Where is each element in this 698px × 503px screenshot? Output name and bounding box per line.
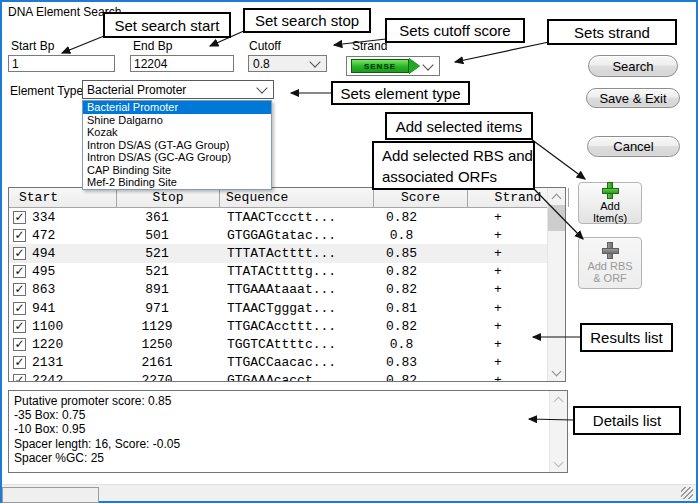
- element-type-option[interactable]: Shine Dalgarno: [83, 114, 271, 127]
- column-header-start[interactable]: Start: [9, 188, 117, 207]
- row-checkbox[interactable]: ✓: [13, 265, 26, 278]
- cell-stop: 1250: [106, 337, 208, 352]
- cell-start-value: 941: [32, 301, 55, 316]
- element-type-option[interactable]: Bacterial Promoter: [83, 101, 271, 114]
- column-header-score[interactable]: Score: [374, 188, 468, 207]
- results-table-body: ✓334361TTAACTccctt...0.82+✓472501GTGGAGt…: [9, 208, 548, 381]
- row-checkbox[interactable]: ✓: [13, 247, 26, 260]
- row-checkbox[interactable]: ✓: [13, 229, 26, 242]
- status-bar: [2, 484, 696, 501]
- table-row[interactable]: ✓12201250TGGTCAttttc...0.8+: [9, 335, 548, 353]
- cell-strand: +: [448, 301, 548, 316]
- status-panel: [2, 487, 99, 503]
- cell-start: ✓472: [9, 228, 106, 243]
- chevron-down-icon: [256, 82, 267, 93]
- column-header-stop[interactable]: Stop: [117, 188, 220, 207]
- table-row[interactable]: ✓22422270GTGAAAcacct...0.82+: [9, 372, 548, 381]
- add-rbs-orf-button[interactable]: Add RBS & ORF: [578, 237, 642, 289]
- results-table-header: Start Stop Sequence Score Strand: [9, 188, 548, 208]
- cutoff-label: Cutoff: [249, 39, 281, 53]
- search-button[interactable]: Search: [588, 55, 678, 77]
- callout-add-rbs: Add selected RBS and associated ORFs: [372, 141, 535, 190]
- cell-stop: 521: [106, 246, 208, 261]
- start-bp-label: Start Bp: [11, 39, 54, 53]
- cell-start-value: 1100: [32, 319, 63, 334]
- scroll-up-button[interactable]: [550, 391, 567, 408]
- scroll-up-button[interactable]: [548, 188, 565, 205]
- start-bp-input[interactable]: [8, 55, 115, 72]
- cell-start: ✓2242: [9, 373, 106, 381]
- cell-start: ✓334: [9, 210, 106, 225]
- cell-strand: +: [448, 337, 548, 352]
- table-row[interactable]: ✓494521TTTATActttt...0.85+: [9, 244, 548, 262]
- cutoff-dropdown[interactable]: 0.8: [248, 55, 327, 72]
- table-row[interactable]: ✓21312161TTGACCaacac...0.83+: [9, 354, 548, 372]
- scroll-down-button[interactable]: [550, 455, 567, 472]
- scroll-down-button[interactable]: [548, 364, 565, 381]
- callout-results: Results list: [580, 323, 673, 352]
- cell-score: 0.82: [355, 319, 448, 334]
- cell-start-value: 2242: [32, 373, 63, 381]
- callout-search-start: Set search start: [103, 12, 231, 38]
- cell-score: 0.8: [355, 228, 448, 243]
- cell-start-value: 494: [32, 246, 55, 261]
- scrollbar-thumb[interactable]: [548, 205, 565, 231]
- save-exit-button[interactable]: Save & Exit: [586, 88, 680, 108]
- cell-score: 0.82: [355, 210, 448, 225]
- table-row[interactable]: ✓334361TTAACTccctt...0.82+: [9, 208, 548, 226]
- cell-sequence: TTAACTccctt...: [208, 210, 355, 225]
- end-bp-label: End Bp: [133, 39, 172, 53]
- row-checkbox[interactable]: ✓: [13, 338, 26, 351]
- cell-sequence: TTATACttttg...: [208, 264, 355, 279]
- row-checkbox[interactable]: ✓: [13, 374, 26, 381]
- cell-sequence: GTGGAGtatac...: [208, 228, 355, 243]
- strand-value: SENSE: [351, 59, 409, 73]
- strand-dropdown[interactable]: SENSE: [346, 56, 440, 76]
- column-header-sequence[interactable]: Sequence: [220, 188, 374, 207]
- chevron-up-icon: [554, 397, 564, 407]
- cancel-button[interactable]: Cancel: [587, 136, 680, 157]
- table-row[interactable]: ✓472501GTGGAGtatac...0.8+: [9, 226, 548, 244]
- chevron-up-icon: [552, 194, 562, 204]
- details-list: Putative promoter score: 0.85-35 Box: 0.…: [9, 391, 550, 472]
- element-type-dropdown[interactable]: Bacterial Promoter: [82, 80, 274, 99]
- details-line: Putative promoter score: 0.85: [14, 394, 545, 408]
- row-checkbox[interactable]: ✓: [13, 283, 26, 296]
- cell-start-value: 472: [32, 228, 55, 243]
- results-scrollbar[interactable]: [547, 188, 565, 381]
- resize-grip-icon[interactable]: [681, 487, 693, 499]
- element-type-option[interactable]: Intron DS/AS (GT-AG Group): [83, 139, 271, 152]
- cell-score: 0.81: [355, 301, 448, 316]
- cell-strand: +: [448, 210, 548, 225]
- cell-stop: 971: [106, 301, 208, 316]
- add-items-button[interactable]: Add Item(s): [578, 182, 642, 224]
- cell-sequence: TGGTCAttttc...: [208, 337, 355, 352]
- arrow-strand: [455, 42, 549, 62]
- cell-score: 0.8: [355, 337, 448, 352]
- cell-score: 0.82: [355, 282, 448, 297]
- chevron-down-icon: [552, 367, 562, 377]
- row-checkbox[interactable]: ✓: [13, 320, 26, 333]
- cell-score: 0.85: [355, 246, 448, 261]
- table-row[interactable]: ✓941971TTAACTgggat...0.81+: [9, 299, 548, 317]
- table-row[interactable]: ✓11001129TTGACAccttt...0.82+: [9, 317, 548, 335]
- cell-stop: 361: [106, 210, 208, 225]
- table-row[interactable]: ✓863891TTGAAAtaaat...0.82+: [9, 281, 548, 299]
- callout-cutoff: Sets cutoff score: [385, 18, 525, 43]
- cell-sequence: TTGACCaacac...: [208, 355, 355, 370]
- element-type-option[interactable]: Mef-2 Binding Site: [83, 176, 271, 189]
- table-row[interactable]: ✓495521TTATACttttg...0.82+: [9, 263, 548, 281]
- row-checkbox[interactable]: ✓: [13, 302, 26, 315]
- chevron-down-icon: [554, 458, 564, 468]
- element-type-option[interactable]: CAP Binding Site: [83, 164, 271, 177]
- dna-element-search-window: DNA Element Search Start Bp End Bp Cutof…: [0, 0, 698, 503]
- end-bp-input[interactable]: [130, 55, 234, 72]
- row-checkbox[interactable]: ✓: [13, 356, 26, 369]
- details-scrollbar[interactable]: [549, 391, 567, 472]
- details-line: -10 Box: 0.95: [14, 422, 545, 436]
- element-type-option[interactable]: Kozak: [83, 126, 271, 139]
- row-checkbox[interactable]: ✓: [13, 211, 26, 224]
- plus-icon: [602, 182, 619, 199]
- element-type-option[interactable]: Intron DS/AS (GC-AG Group): [83, 151, 271, 164]
- cell-start-value: 1220: [32, 337, 63, 352]
